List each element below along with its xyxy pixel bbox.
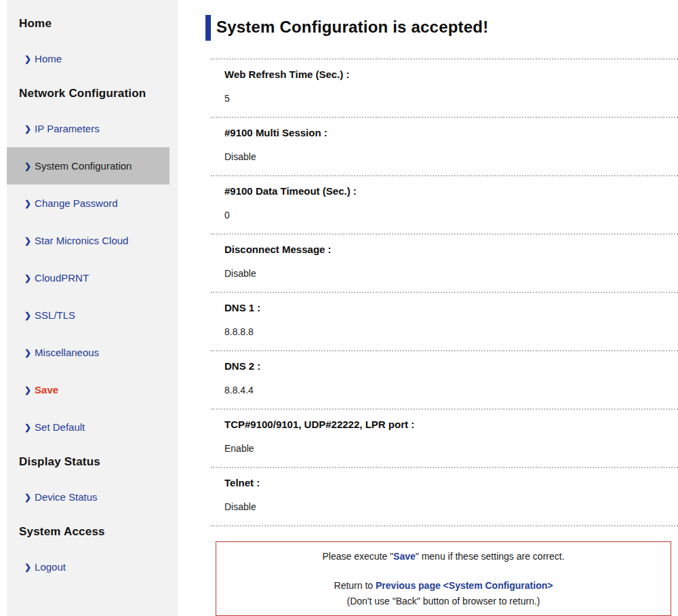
sidebar-item-miscellaneous[interactable]: ❯Miscellaneous [7,334,178,371]
sidebar-item-system-configuration[interactable]: ❯System Configuration [7,147,170,185]
sidebar-item-label: CloudPRNT [35,272,89,284]
sidebar-item-label: SSL/TLS [35,309,75,321]
chevron-right-icon: ❯ [24,385,31,395]
sidebar-item-home[interactable]: ❯Home [7,40,178,77]
sidebar-item-ip-parameters[interactable]: ❯IP Parameters [7,110,178,147]
chevron-right-icon: ❯ [24,311,31,320]
setting-value: 8.8.4.4 [224,385,678,396]
notice-return-prefix: Return to [334,580,376,591]
setting-row-dns-1: DNS 1 :8.8.8.8 [211,292,678,350]
sidebar-item-star-micronics-cloud[interactable]: ❯Star Micronics Cloud [7,222,178,259]
chevron-right-icon: ❯ [24,54,31,64]
page-title-row: System Configuration is accepted! [205,15,678,41]
setting-row-telnet: Telnet :Disable [211,467,678,525]
setting-value: Disable [224,268,678,279]
page-title: System Configuration is accepted! [216,15,488,41]
sidebar-item-label: Star Micronics Cloud [35,235,128,246]
sidebar-item-label: Miscellaneous [35,347,99,358]
sidebar-item-label: System Configuration [35,160,132,172]
notice-line-return: Return to Previous page <System Configur… [222,580,665,591]
setting-value: Disable [224,151,678,162]
setting-value: Enable [224,443,678,454]
setting-label: DNS 1 : [224,302,678,313]
sidebar-item-label: Device Status [35,491,98,503]
setting-row-9100-data-timeout-sec: #9100 Data Timeout (Sec.) :0 [211,175,678,233]
chevron-right-icon: ❯ [24,348,31,358]
sidebar-item-set-default[interactable]: ❯Set Default [7,408,178,446]
chevron-right-icon: ❯ [24,493,31,502]
sidebar-item-ssl-tls[interactable]: ❯SSL/TLS [7,296,178,334]
sidebar-item-label: Change Password [35,197,118,209]
notice-box: Please execute "Save" menu if these sett… [216,541,671,616]
chevron-right-icon: ❯ [24,273,31,283]
sidebar: Home❯HomeNetwork Configuration❯IP Parame… [7,0,178,616]
notice-line-save: Please execute "Save" menu if these sett… [222,551,665,562]
setting-value: 0 [224,210,678,220]
setting-row-9100-multi-session: #9100 Multi Session :Disable [211,117,678,175]
sidebar-section-system-access: System Access [7,516,178,548]
chevron-right-icon: ❯ [24,199,31,208]
sidebar-item-logout[interactable]: ❯Logout [7,548,178,585]
chevron-right-icon: ❯ [24,124,31,134]
previous-page-link[interactable]: Previous page <System Configuration> [376,580,553,591]
sidebar-section-home: Home [7,7,178,40]
setting-row-tcp-9100-9101-udp-22222-lpr-port: TCP#9100/9101, UDP#22222, LPR port :Enab… [211,408,678,467]
sidebar-section-network-configuration: Network Configuration [7,77,178,110]
save-menu-link[interactable]: Save [393,551,416,562]
chevron-right-icon: ❯ [24,423,31,432]
setting-row-web-refresh-time-sec: Web Refresh Time (Sec.) :5 [211,58,678,117]
sidebar-item-device-status[interactable]: ❯Device Status [7,478,178,516]
setting-row-disconnect-message: Disconnect Message :Disable [211,233,678,292]
setting-label: Disconnect Message : [224,244,678,255]
setting-value: 5 [224,93,678,104]
sidebar-section-display-status: Display Status [7,446,178,478]
setting-label: DNS 2 : [224,360,678,372]
sidebar-item-label: Save [35,384,58,396]
sidebar-item-save[interactable]: ❯Save [7,371,178,408]
setting-label: TCP#9100/9101, UDP#22222, LPR port : [224,419,678,430]
sidebar-item-label: Logout [35,561,66,573]
setting-row-dns-2: DNS 2 :8.8.4.4 [211,350,678,408]
sidebar-nav: Home❯HomeNetwork Configuration❯IP Parame… [7,7,178,616]
setting-label: #9100 Data Timeout (Sec.) : [224,185,678,197]
sidebar-item-label: Home [35,53,62,64]
notice-save-suffix: " menu if these settings are correct. [416,551,565,562]
chevron-right-icon: ❯ [24,161,31,171]
chevron-right-icon: ❯ [24,236,31,246]
sidebar-item-label: Set Default [35,421,85,433]
setting-value: 8.8.8.8 [224,326,678,337]
notice-save-prefix: Please execute " [322,551,393,562]
sidebar-item-cloudprnt[interactable]: ❯CloudPRNT [7,259,178,296]
settings-list: Web Refresh Time (Sec.) :5#9100 Multi Se… [211,58,678,526]
chevron-right-icon: ❯ [24,562,31,572]
sidebar-section-manual: Manual [7,604,178,616]
setting-label: Web Refresh Time (Sec.) : [224,69,678,80]
setting-label: #9100 Multi Session : [224,127,678,138]
title-accent-bar [205,15,211,41]
sidebar-item-change-password[interactable]: ❯Change Password [7,185,178,222]
sidebar-item-label: IP Parameters [35,123,100,134]
notice-back-note: (Don't use "Back" button of browser to r… [222,596,665,607]
main-content: System Configuration is accepted! Web Re… [205,15,678,616]
setting-label: Telnet : [224,477,678,488]
setting-value: Disable [224,501,678,512]
